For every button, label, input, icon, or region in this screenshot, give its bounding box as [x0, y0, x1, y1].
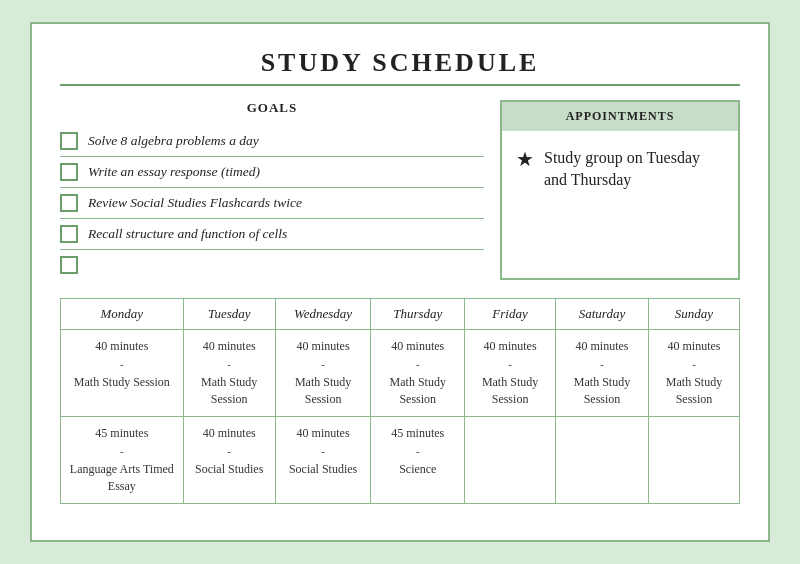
goal-item-3: Review Social Studies Flashcards twice — [60, 188, 484, 219]
day-header-wednesday: Wednesday — [275, 299, 371, 330]
goals-label: GOALS — [60, 100, 484, 116]
cell-sun-2 — [648, 416, 739, 503]
goal-item-4: Recall structure and function of cells — [60, 219, 484, 250]
day-header-friday: Friday — [465, 299, 556, 330]
cell-thu-2: 45 minutes - Science — [371, 416, 465, 503]
cell-block-thu-1: 40 minutes - Math Study Session — [375, 338, 460, 408]
study-schedule-page: STUDY SCHEDULE GOALS Solve 8 algebra pro… — [30, 22, 770, 542]
cell-block-tue-1: 40 minutes - Math Study Session — [188, 338, 271, 408]
cell-block-sat-1: 40 minutes - Math Study Session — [560, 338, 644, 408]
star-icon: ★ — [516, 149, 534, 169]
cell-tue-1: 40 minutes - Math Study Session — [183, 330, 275, 417]
goal-checkbox-4[interactable] — [60, 225, 78, 243]
cell-fri-1: 40 minutes - Math Study Session — [465, 330, 556, 417]
title-divider — [60, 84, 740, 86]
top-section: GOALS Solve 8 algebra problems a day Wri… — [60, 100, 740, 280]
cell-mon-1: 40 minutes - Math Study Session — [61, 330, 184, 417]
cell-sat-2 — [556, 416, 649, 503]
appointments-body: ★ Study group on Tuesday and Thursday — [502, 131, 738, 208]
goal-item-extra — [60, 250, 484, 280]
cell-sat-1: 40 minutes - Math Study Session — [556, 330, 649, 417]
schedule-header-row: Monday Tuesday Wednesday Thursday Friday… — [61, 299, 740, 330]
cell-sun-1: 40 minutes - Math Study Session — [648, 330, 739, 417]
cell-block-tue-2: 40 minutes - Social Studies — [188, 425, 271, 478]
day-header-saturday: Saturday — [556, 299, 649, 330]
cell-block-fri-1: 40 minutes - Math Study Session — [469, 338, 551, 408]
appointments-section: APPOINTMENTS ★ Study group on Tuesday an… — [500, 100, 740, 280]
cell-mon-2: 45 minutes - Language Arts Timed Essay — [61, 416, 184, 503]
cell-wed-1: 40 minutes - Math Study Session — [275, 330, 371, 417]
cell-block-wed-1: 40 minutes - Math Study Session — [280, 338, 367, 408]
goal-text-4: Recall structure and function of cells — [88, 226, 287, 242]
day-header-thursday: Thursday — [371, 299, 465, 330]
goal-text-1: Solve 8 algebra problems a day — [88, 133, 259, 149]
goal-checkbox-3[interactable] — [60, 194, 78, 212]
day-header-sunday: Sunday — [648, 299, 739, 330]
cell-block-sun-1: 40 minutes - Math Study Session — [653, 338, 735, 408]
goal-item-1: Solve 8 algebra problems a day — [60, 126, 484, 157]
cell-tue-2: 40 minutes - Social Studies — [183, 416, 275, 503]
day-header-monday: Monday — [61, 299, 184, 330]
cell-block-wed-2: 40 minutes - Social Studies — [280, 425, 367, 478]
appointment-text-1: Study group on Tuesday and Thursday — [544, 147, 724, 192]
schedule-row-2: 45 minutes - Language Arts Timed Essay 4… — [61, 416, 740, 503]
cell-thu-1: 40 minutes - Math Study Session — [371, 330, 465, 417]
cell-block-mon-2: 45 minutes - Language Arts Timed Essay — [65, 425, 179, 495]
goals-section: GOALS Solve 8 algebra problems a day Wri… — [60, 100, 484, 280]
page-title: STUDY SCHEDULE — [60, 48, 740, 78]
goal-text-3: Review Social Studies Flashcards twice — [88, 195, 302, 211]
goal-checkbox-extra[interactable] — [60, 256, 78, 274]
schedule-table: Monday Tuesday Wednesday Thursday Friday… — [60, 298, 740, 504]
cell-fri-2 — [465, 416, 556, 503]
cell-wed-2: 40 minutes - Social Studies — [275, 416, 371, 503]
appointments-label: APPOINTMENTS — [502, 102, 738, 131]
cell-block-thu-2: 45 minutes - Science — [375, 425, 460, 478]
day-header-tuesday: Tuesday — [183, 299, 275, 330]
goal-checkbox-2[interactable] — [60, 163, 78, 181]
goal-text-2: Write an essay response (timed) — [88, 164, 260, 180]
cell-block-mon-1: 40 minutes - Math Study Session — [65, 338, 179, 391]
goal-checkbox-1[interactable] — [60, 132, 78, 150]
schedule-row-1: 40 minutes - Math Study Session 40 minut… — [61, 330, 740, 417]
goal-item-2: Write an essay response (timed) — [60, 157, 484, 188]
